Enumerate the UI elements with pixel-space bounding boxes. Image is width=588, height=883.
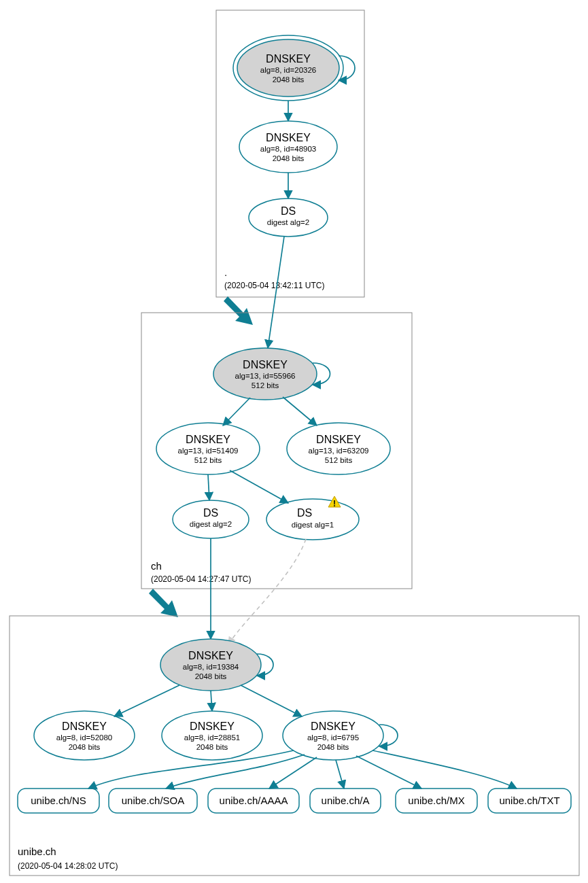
zone-arrow-ch-leaf — [149, 589, 178, 617]
svg-text:DS: DS — [203, 507, 218, 519]
svg-text:alg=8, id=28851: alg=8, id=28851 — [184, 733, 241, 742]
node-ch-zsk2: DNSKEY alg=13, id=63209 512 bits — [287, 423, 390, 474]
svg-text:512 bits: 512 bits — [252, 381, 279, 389]
svg-text:unibe.ch/AAAA: unibe.ch/AAAA — [220, 795, 288, 806]
svg-text:unibe.ch/NS: unibe.ch/NS — [31, 795, 86, 806]
svg-text:digest alg=2: digest alg=2 — [267, 218, 309, 226]
svg-text:DS: DS — [281, 205, 296, 217]
zone-label-ch: ch — [151, 560, 162, 572]
rr-ns: unibe.ch/NS — [18, 789, 99, 813]
svg-text:2048 bits: 2048 bits — [195, 672, 227, 680]
svg-text:DNSKEY: DNSKEY — [266, 53, 311, 65]
rr-txt: unibe.ch/TXT — [488, 789, 571, 813]
svg-text:DNSKEY: DNSKEY — [188, 650, 233, 661]
edge-k3-soa — [166, 755, 305, 789]
edge-leafksk-k3 — [241, 685, 302, 716]
svg-point-9 — [249, 198, 328, 237]
zone-time-ch: (2020-05-04 14:27:47 UTC) — [151, 574, 251, 584]
svg-text:alg=8, id=19384: alg=8, id=19384 — [183, 663, 239, 671]
rr-soa: unibe.ch/SOA — [109, 789, 197, 813]
svg-point-24 — [173, 500, 249, 538]
edge-ds2-leafksk — [228, 539, 306, 644]
rr-a: unibe.ch/A — [310, 789, 381, 813]
zone-arrow-root-ch — [224, 296, 253, 325]
svg-text:!: ! — [333, 499, 336, 508]
zone-time-root: (2020-05-04 13:42:11 UTC) — [224, 281, 324, 290]
svg-text:alg=8, id=20326: alg=8, id=20326 — [260, 66, 317, 74]
svg-text:unibe.ch/SOA: unibe.ch/SOA — [122, 795, 185, 806]
svg-text:DNSKEY: DNSKEY — [243, 359, 288, 370]
svg-text:DNSKEY: DNSKEY — [190, 721, 235, 732]
node-leaf-ksk: DNSKEY alg=8, id=19384 2048 bits — [160, 639, 261, 691]
rr-mx: unibe.ch/MX — [396, 789, 477, 813]
svg-text:DNSKEY: DNSKEY — [316, 434, 361, 445]
edge-rootds-chksk — [268, 237, 284, 348]
svg-text:2048 bits: 2048 bits — [196, 743, 228, 751]
node-leaf-k3: DNSKEY alg=8, id=6795 2048 bits — [283, 711, 383, 760]
edge-chksk-zsk2 — [283, 397, 317, 426]
node-root-ksk: DNSKEY alg=8, id=20326 2048 bits — [233, 35, 343, 101]
edge-k3-aaaa — [269, 757, 317, 789]
svg-text:DNSKEY: DNSKEY — [311, 721, 356, 732]
svg-text:digest alg=1: digest alg=1 — [292, 521, 334, 529]
svg-point-27 — [266, 499, 359, 540]
node-root-ds: DS digest alg=2 — [249, 198, 328, 237]
zone-time-leaf: (2020-05-04 14:28:02 UTC) — [18, 861, 118, 871]
svg-text:unibe.ch/MX: unibe.ch/MX — [408, 795, 464, 806]
svg-text:alg=8, id=48903: alg=8, id=48903 — [260, 145, 317, 153]
node-ch-ds2: DS digest alg=1 ! — [266, 496, 359, 540]
svg-text:alg=8, id=6795: alg=8, id=6795 — [307, 733, 359, 742]
edge-leafksk-k2 — [211, 691, 212, 711]
svg-text:2048 bits: 2048 bits — [69, 743, 101, 751]
svg-text:unibe.ch/A: unibe.ch/A — [322, 795, 370, 806]
svg-text:alg=8, id=52080: alg=8, id=52080 — [56, 733, 113, 742]
svg-text:512 bits: 512 bits — [325, 456, 353, 464]
svg-text:2048 bits: 2048 bits — [317, 743, 349, 751]
svg-text:DS: DS — [297, 507, 312, 519]
svg-text:512 bits: 512 bits — [194, 456, 222, 464]
svg-text:DNSKEY: DNSKEY — [62, 721, 107, 732]
edge-leafksk-k1 — [114, 685, 179, 716]
zone-label-leaf: unibe.ch — [18, 846, 56, 857]
rr-aaaa: unibe.ch/AAAA — [208, 789, 299, 813]
node-ch-ds1: DS digest alg=2 — [173, 500, 249, 538]
edge-zsk1-ds2 — [230, 470, 288, 503]
svg-text:alg=13, id=63209: alg=13, id=63209 — [309, 447, 369, 455]
svg-text:unibe.ch/TXT: unibe.ch/TXT — [499, 795, 559, 806]
svg-text:DNSKEY: DNSKEY — [266, 132, 311, 143]
edge-k3-a — [336, 760, 344, 789]
edge-k3-mx — [356, 756, 421, 789]
node-leaf-k2: DNSKEY alg=8, id=28851 2048 bits — [162, 711, 262, 760]
svg-text:2048 bits: 2048 bits — [273, 154, 305, 162]
node-root-zsk: DNSKEY alg=8, id=48903 2048 bits — [239, 121, 337, 173]
svg-text:DNSKEY: DNSKEY — [186, 434, 230, 445]
svg-text:digest alg=2: digest alg=2 — [190, 520, 232, 528]
node-leaf-k1: DNSKEY alg=8, id=52080 2048 bits — [34, 711, 135, 760]
edge-k3-txt — [373, 750, 517, 789]
node-ch-zsk1: DNSKEY alg=13, id=51409 512 bits — [156, 423, 260, 474]
svg-text:alg=13, id=55966: alg=13, id=55966 — [235, 372, 296, 380]
zone-label-root: . — [224, 266, 227, 278]
svg-text:alg=13, id=51409: alg=13, id=51409 — [178, 447, 239, 455]
svg-text:2048 bits: 2048 bits — [273, 75, 305, 84]
node-ch-ksk: DNSKEY alg=13, id=55966 512 bits — [213, 348, 317, 400]
edge-chksk-zsk1 — [223, 398, 250, 426]
edge-zsk1-ds1 — [208, 474, 209, 500]
